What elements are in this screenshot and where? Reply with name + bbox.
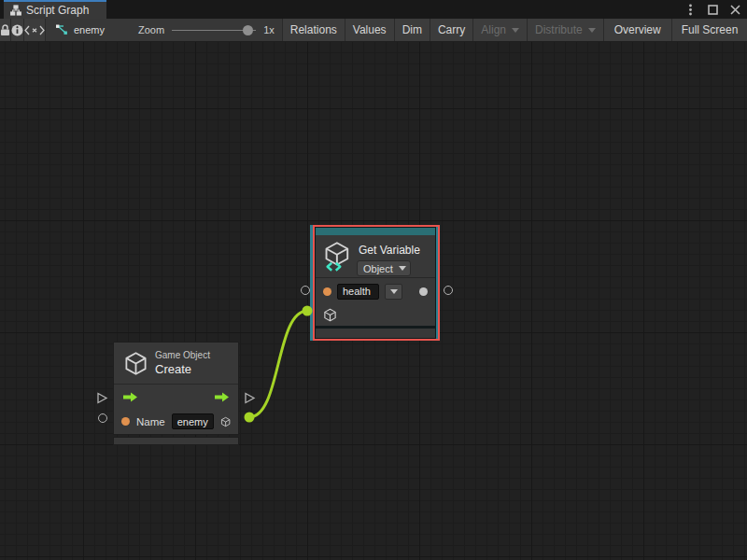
zoom-slider-handle[interactable] (243, 25, 253, 35)
full-screen-button[interactable]: Full Screen (672, 19, 747, 41)
flow-out-external-port[interactable] (244, 392, 256, 404)
align-label: Align (481, 23, 506, 36)
flow-in-external-port[interactable] (96, 392, 108, 404)
value-output-external-port[interactable] (444, 286, 453, 295)
create-flow-row (114, 385, 238, 409)
chevron-down-icon (512, 28, 519, 33)
window-controls (684, 0, 741, 19)
info-icon (11, 24, 23, 36)
zoom-slider[interactable] (172, 25, 256, 35)
full-screen-label: Full Screen (682, 23, 739, 36)
angle-brackets-x-icon (24, 25, 45, 35)
values-button[interactable]: Values (345, 19, 395, 41)
scope-dropdown[interactable]: Object (357, 260, 411, 276)
close-icon[interactable] (728, 2, 741, 17)
lock-button[interactable] (0, 19, 11, 41)
create-name-row: Name enemy (114, 409, 238, 434)
wire-source-dot[interactable] (245, 413, 255, 423)
variable-name-field[interactable]: health (337, 284, 379, 300)
name-label: Name (136, 416, 165, 427)
value-output-port[interactable] (419, 287, 428, 296)
relations-button[interactable]: Relations (282, 19, 345, 41)
name-input-external-port[interactable] (98, 413, 107, 423)
node-get-variable-selected[interactable]: Get Variable Object health (313, 225, 440, 341)
variable-name-input-port[interactable] (323, 287, 331, 296)
align-button[interactable]: Align (473, 19, 528, 41)
maximize-icon[interactable] (706, 2, 719, 17)
selection-teal-edge (436, 227, 438, 339)
gameobject-output-cube-icon[interactable] (220, 414, 231, 429)
carry-label: Carry (438, 23, 465, 36)
overview-button[interactable]: Overview (604, 19, 672, 41)
titlebar: Script Graph (0, 0, 747, 19)
chevron-down-icon (399, 266, 406, 271)
chevron-down-icon (588, 28, 596, 33)
create-node-header[interactable]: Game Object Create (114, 343, 238, 384)
get-variable-footer (316, 329, 435, 338)
name-value: enemy (177, 416, 208, 427)
zoom-value: 1x (263, 24, 275, 35)
name-input-field[interactable]: enemy (172, 413, 214, 429)
window-menu-icon[interactable] (684, 2, 697, 17)
graph-breadcrumb[interactable]: enemy (46, 19, 114, 41)
scope-dropdown-value: Object (363, 263, 393, 274)
dim-button[interactable]: Dim (395, 19, 430, 41)
variable-name-external-port[interactable] (301, 286, 310, 295)
distribute-label: Distribute (535, 23, 583, 36)
variable-name-value: health (343, 286, 371, 297)
edit-graph-button[interactable] (24, 19, 46, 41)
chevron-down-icon (390, 289, 398, 294)
create-node-title: Create (155, 362, 191, 376)
create-node-footer (113, 437, 239, 445)
tab-script-graph[interactable]: Script Graph (4, 0, 106, 19)
lock-icon (0, 24, 10, 36)
script-graph-window: Script Graph (0, 0, 747, 560)
object-input-cube-icon[interactable] (323, 308, 337, 322)
graph-name: enemy (74, 24, 105, 35)
graph-hierarchy-icon (10, 5, 21, 16)
node-graph-icon (55, 24, 68, 35)
create-node-subtitle: Game Object (155, 350, 210, 360)
get-variable-object-row (316, 304, 435, 326)
info-button[interactable] (11, 19, 24, 41)
carry-button[interactable]: Carry (430, 19, 473, 41)
get-variable-name-row: health (316, 278, 435, 304)
zoom-label: Zoom (138, 24, 164, 35)
node-game-object-create[interactable]: Game Object Create Name enemy (113, 342, 239, 445)
zoom-control: Zoom 1x (114, 19, 282, 41)
dim-label: Dim (402, 23, 422, 36)
graph-canvas[interactable]: Game Object Create Name enemy (0, 42, 747, 560)
wire-target-dot[interactable] (303, 306, 313, 316)
variable-picker-dropdown[interactable] (385, 284, 402, 300)
name-input-port[interactable] (121, 417, 130, 426)
values-label: Values (353, 23, 387, 36)
get-variable-title: Get Variable (359, 244, 420, 257)
cube-code-icon (322, 241, 354, 273)
get-variable-header[interactable]: Get Variable Object (316, 235, 435, 277)
tab-title: Script Graph (26, 4, 89, 17)
graph-toolbar: enemy Zoom 1x Relations Values Dim Carry… (0, 19, 747, 42)
overview-label: Overview (614, 23, 661, 36)
cube-icon (123, 351, 148, 376)
get-variable-header-accent (316, 228, 435, 235)
relations-label: Relations (290, 23, 337, 36)
flow-out-arrow-icon[interactable] (214, 392, 230, 402)
flow-in-arrow-icon[interactable] (122, 392, 138, 402)
distribute-button[interactable]: Distribute (528, 19, 604, 41)
